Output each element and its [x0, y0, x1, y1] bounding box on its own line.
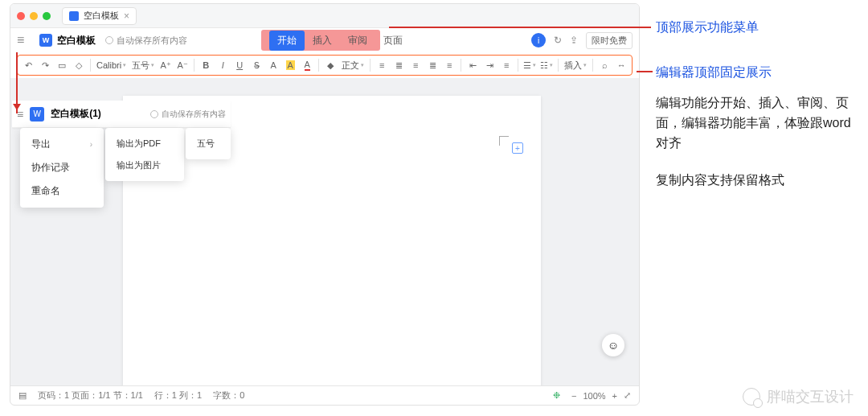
hamburger-icon[interactable]: ≡ — [17, 33, 30, 47]
annotation-label: 顶部展示功能菜单 — [656, 18, 759, 38]
menu-start[interactable]: 开始 — [269, 31, 305, 51]
menu-item-export[interactable]: 导出› — [20, 133, 104, 156]
maximize-icon[interactable] — [43, 12, 51, 20]
close-icon[interactable] — [17, 12, 25, 20]
user-avatar[interactable]: i — [531, 33, 546, 47]
clear-format-icon[interactable]: ◇ — [73, 60, 84, 71]
menu-bar: ≡ W 空白模板 自动保存所有内容 开始 插入 审阅 页面 i ↻ ⇪ 限时免费 — [10, 28, 639, 52]
undo-icon[interactable]: ↶ — [23, 60, 34, 71]
limited-free-button[interactable]: 限时免费 — [586, 32, 633, 49]
status-doc-icon[interactable]: ▤ — [18, 390, 27, 401]
indent-decrease-icon[interactable]: ⇤ — [467, 60, 478, 71]
status-bar: ▤ 页码：1 页面：1/1 节：1/1 行：1 列：1 字数：0 ❉ − 100… — [10, 385, 639, 405]
sync-icon — [105, 36, 113, 44]
floating-doc-header: ≡ W 空白模板(1) 自动保存所有内容 — [12, 101, 231, 128]
sync-icon — [150, 110, 158, 118]
assistant-button[interactable]: ☺ — [602, 334, 624, 356]
strikethrough-icon[interactable]: S̶ — [251, 60, 262, 71]
editor-toolbar: ↶ ↷ ▭ ◇ Calibri▾ 五号▾ A⁺ A⁻ B I U S̶ A A … — [17, 55, 633, 76]
add-content-button[interactable]: + — [512, 142, 523, 154]
autosave-label: 自动保存所有内容 — [117, 35, 187, 47]
margin-marker-icon — [499, 136, 509, 146]
status-cursor: 行：1 列：1 — [154, 389, 202, 402]
wechat-icon[interactable]: ❉ — [553, 390, 560, 401]
number-list-icon[interactable]: ☷▾ — [541, 60, 552, 71]
font-decrease-icon[interactable]: A⁻ — [177, 60, 188, 71]
menu-item-font-size-option[interactable]: 五号 — [186, 133, 231, 154]
doc-icon: W — [30, 107, 44, 122]
status-wordcount: 字数：0 — [213, 389, 244, 402]
doc-title-chip[interactable]: W 空白模板 — [39, 34, 96, 47]
tab-title: 空白模板 — [84, 10, 119, 22]
doc-title: 空白模板 — [57, 34, 96, 47]
status-page: 页码：1 页面：1/1 节：1/1 — [38, 389, 143, 402]
redo-icon[interactable]: ↷ — [39, 60, 51, 71]
top-menus: 开始 插入 审阅 页面 — [269, 31, 411, 51]
annotation-label: 编辑器顶部固定展示 — [656, 63, 772, 83]
menu-item-collab-history[interactable]: 协作记录 — [20, 156, 104, 179]
more-icon[interactable]: ↔ — [616, 60, 627, 70]
minimize-icon[interactable] — [30, 12, 38, 20]
floating-autosave: 自动保存所有内容 — [150, 109, 226, 120]
context-menu-export-sub: 输出为PDF 输出为图片 — [105, 128, 184, 181]
align-justify-icon[interactable]: ≣ — [427, 60, 438, 71]
context-menu-fontsize: 五号 — [186, 128, 231, 159]
context-menu-main: 导出› 协作记录 重命名 — [20, 128, 104, 208]
zoom-in-button[interactable]: + — [612, 391, 617, 401]
annotation-arrow — [637, 71, 653, 72]
fill-color-icon[interactable]: ◆ — [325, 60, 336, 71]
menu-review[interactable]: 审阅 — [340, 31, 375, 51]
share-icon[interactable]: ⇪ — [570, 35, 578, 46]
font-color-icon[interactable]: A — [301, 60, 313, 71]
menu-item-export-pdf[interactable]: 输出为PDF — [105, 133, 184, 154]
tab-close-icon[interactable]: × — [124, 10, 129, 22]
indent-increase-icon[interactable]: ⇥ — [484, 60, 495, 71]
editor-workspace: + ≡ W 空白模板(1) 自动保存所有内容 导出› 协作记录 重命名 输出为P… — [10, 78, 639, 385]
italic-icon[interactable]: I — [217, 60, 228, 70]
menu-item-rename[interactable]: 重命名 — [20, 179, 104, 203]
align-right-icon[interactable]: ≡ — [410, 60, 421, 70]
align-left-icon[interactable]: ≡ — [376, 60, 387, 70]
highlight-icon[interactable]: A — [285, 60, 296, 70]
watermark-text: 胖喵交互设计 — [767, 387, 854, 406]
annotation-arrow — [16, 52, 18, 113]
toolbar-container: ↶ ↷ ▭ ◇ Calibri▾ 五号▾ A⁺ A⁻ B I U S̶ A A … — [10, 52, 639, 78]
header-right-actions: i ↻ ⇪ 限时免费 — [531, 32, 633, 49]
insert-dropdown[interactable]: 插入▾ — [564, 60, 587, 72]
zoom-value: 100% — [583, 391, 605, 401]
line-spacing-icon[interactable]: ≡ — [501, 60, 512, 70]
paragraph-style-select[interactable]: 正文▾ — [342, 60, 364, 72]
font-select[interactable]: Calibri▾ — [96, 60, 126, 70]
annotation-arrow — [389, 27, 651, 28]
menu-page[interactable]: 页面 — [375, 31, 411, 51]
align-distribute-icon[interactable]: ≡ — [444, 60, 455, 70]
watermark: 胖喵交互设计 — [743, 387, 854, 406]
autosave-indicator[interactable]: 自动保存所有内容 — [105, 35, 187, 47]
doc-icon — [69, 11, 79, 21]
search-icon[interactable]: ⌕ — [599, 60, 610, 70]
browser-tab[interactable]: 空白模板 × — [62, 7, 137, 25]
font-style-icon[interactable]: A — [268, 60, 279, 70]
underline-icon[interactable]: U — [234, 60, 245, 70]
format-painter-icon[interactable]: ▭ — [56, 60, 68, 71]
menu-insert[interactable]: 插入 — [305, 31, 340, 51]
window-tabbar: 空白模板 × — [10, 4, 639, 28]
zoom-controls: − 100% + ⤢ — [571, 390, 631, 401]
floating-doc-title: 空白模板(1) — [51, 107, 101, 121]
fit-page-icon[interactable]: ⤢ — [624, 390, 631, 401]
menu-item-export-image[interactable]: 输出为图片 — [105, 154, 184, 176]
wechat-icon — [743, 388, 760, 406]
bullet-list-icon[interactable]: ☰▾ — [524, 60, 535, 71]
font-increase-icon[interactable]: A⁺ — [160, 60, 171, 71]
font-size-select[interactable]: 五号▾ — [132, 60, 154, 72]
window-controls[interactable] — [17, 12, 51, 20]
zoom-out-button[interactable]: − — [571, 391, 576, 401]
doc-icon: W — [39, 34, 52, 47]
annotation-label: 编辑功能分开始、插入、审阅、页面，编辑器功能丰富，体验跟word对齐 — [656, 93, 862, 153]
align-center-icon[interactable]: ≣ — [393, 60, 404, 71]
annotation-label: 复制内容支持保留格式 — [656, 171, 784, 191]
bold-icon[interactable]: B — [200, 60, 211, 70]
app-window: 空白模板 × ≡ W 空白模板 自动保存所有内容 开始 插入 审阅 页面 i ↻… — [10, 3, 640, 406]
history-icon[interactable]: ↻ — [554, 35, 562, 46]
